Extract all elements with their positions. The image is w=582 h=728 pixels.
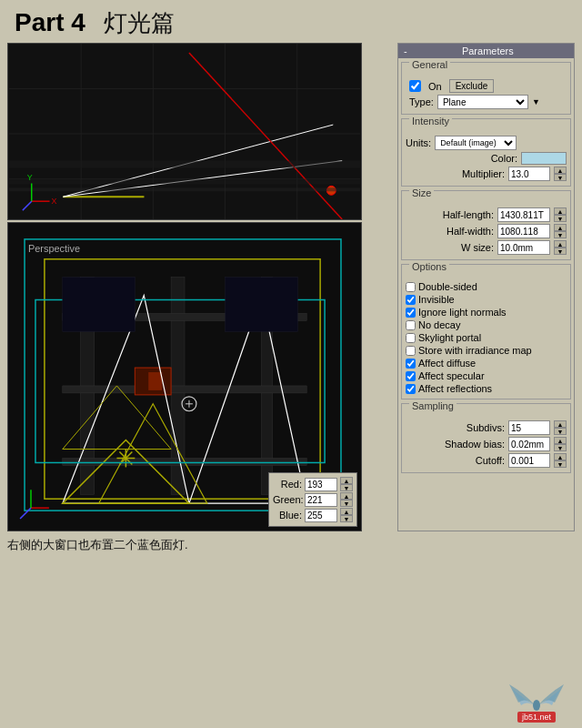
sb-up[interactable]: ▲ — [554, 437, 567, 444]
watermark: jb51.net — [500, 678, 573, 723]
store-irradiance-checkbox[interactable] — [406, 346, 416, 356]
blue-label: Blue: — [273, 510, 302, 521]
half-width-input[interactable] — [497, 224, 550, 238]
ignore-normals-checkbox[interactable] — [406, 308, 416, 318]
on-checkbox[interactable] — [409, 80, 421, 92]
half-width-spinner[interactable]: ▲ ▼ — [554, 224, 567, 238]
viewport-bottom[interactable]: Perspective Red: ▲ ▼ — [7, 222, 362, 531]
subdivs-spinner[interactable]: ▲ ▼ — [554, 420, 567, 435]
red-up[interactable]: ▲ — [340, 477, 353, 484]
general-label: General — [409, 59, 450, 70]
store-irradiance-label: Store with irradiance map — [418, 345, 532, 356]
shadow-bias-label: Shadow bias: — [445, 439, 505, 450]
parameters-panel: - Parameters General On Exclude Type: Pl… — [397, 43, 575, 531]
red-input[interactable] — [305, 478, 337, 491]
color-row: Color: — [406, 152, 567, 165]
green-spinner[interactable]: ▲ ▼ — [340, 492, 353, 507]
page-header: Part 4 灯光篇 — [0, 0, 582, 43]
viewport-top[interactable]: X Y — [7, 43, 362, 220]
subdivs-input[interactable] — [508, 420, 550, 435]
params-title-bar: - Parameters — [398, 44, 574, 58]
affect-reflections-checkbox[interactable] — [406, 384, 416, 394]
subdivs-label: Subdivs: — [467, 422, 505, 433]
skylight-portal-checkbox[interactable] — [406, 333, 416, 343]
skylight-portal-row: Skylight portal — [406, 332, 567, 343]
blue-down[interactable]: ▼ — [340, 515, 353, 522]
svg-rect-13 — [9, 161, 360, 168]
shadow-bias-input[interactable] — [508, 437, 550, 451]
subdivs-row: Subdivs: ▲ ▼ — [406, 420, 567, 435]
shadow-bias-row: Shadow bias: ▲ ▼ — [406, 437, 567, 451]
invisible-label: Invisible — [418, 294, 455, 305]
affect-diffuse-checkbox[interactable] — [406, 359, 416, 369]
red-spinner[interactable]: ▲ ▼ — [340, 477, 353, 491]
green-up[interactable]: ▲ — [340, 492, 353, 500]
blue-input[interactable] — [305, 509, 337, 522]
units-row: Units: Default (image) — [406, 136, 567, 150]
hw-up[interactable]: ▲ — [554, 224, 567, 231]
ignore-normals-row: Ignore light normals — [406, 307, 567, 318]
green-row: Green: ▲ ▼ — [273, 492, 353, 507]
half-length-spinner[interactable]: ▲ ▼ — [554, 207, 567, 222]
svg-point-51 — [533, 700, 540, 711]
svg-rect-31 — [148, 372, 162, 390]
affect-diffuse-row: Affect diffuse — [406, 358, 567, 369]
double-sided-label: Double-sided — [418, 281, 477, 292]
color-label: Color: — [491, 153, 517, 164]
multiplier-input[interactable] — [508, 167, 550, 181]
hw-down[interactable]: ▼ — [554, 231, 567, 238]
color-swatch[interactable] — [521, 152, 567, 165]
affect-diffuse-label: Affect diffuse — [418, 358, 476, 369]
half-length-label: Half-length: — [443, 209, 494, 220]
intensity-section: Intensity Units: Default (image) Color: … — [401, 118, 571, 187]
sampling-section: Sampling Subdivs: ▲ ▼ Shadow bias: ▲ ▼ C… — [401, 403, 571, 473]
half-length-input[interactable] — [497, 207, 550, 222]
cutoff-spinner[interactable]: ▲ ▼ — [554, 453, 567, 468]
w-size-input[interactable] — [497, 240, 550, 255]
multiplier-spinner[interactable]: ▲ ▼ — [554, 167, 567, 181]
green-down[interactable]: ▼ — [340, 500, 353, 507]
no-decay-label: No decay — [418, 319, 460, 330]
type-dropdown-icon[interactable]: ▼ — [532, 97, 540, 106]
hl-up[interactable]: ▲ — [554, 207, 567, 215]
subdiv-down[interactable]: ▼ — [554, 428, 567, 435]
skylight-portal-label: Skylight portal — [418, 332, 481, 343]
mult-down[interactable]: ▼ — [554, 174, 567, 181]
red-down[interactable]: ▼ — [340, 484, 353, 491]
exclude-button[interactable]: Exclude — [449, 79, 495, 93]
bottom-viewport-content: Perspective Red: ▲ ▼ — [8, 223, 361, 531]
size-section: Size Half-length: ▲ ▼ Half-width: ▲ ▼ W … — [401, 190, 571, 260]
on-label: On — [428, 81, 442, 92]
invisible-checkbox[interactable] — [406, 295, 416, 305]
mult-up[interactable]: ▲ — [554, 167, 567, 174]
ws-down[interactable]: ▼ — [554, 248, 567, 255]
minimize-button[interactable]: - — [404, 46, 407, 56]
blue-spinner[interactable]: ▲ ▼ — [340, 508, 353, 522]
general-section: General On Exclude Type: Plane ▼ — [401, 62, 571, 115]
chinese-title: 灯光篇 — [104, 7, 175, 39]
units-select[interactable]: Default (image) — [435, 136, 517, 150]
double-sided-checkbox[interactable] — [406, 282, 416, 292]
blue-row: Blue: ▲ ▼ — [273, 508, 353, 522]
blue-up[interactable]: ▲ — [340, 508, 353, 515]
no-decay-checkbox[interactable] — [406, 320, 416, 330]
hl-down[interactable]: ▼ — [554, 215, 567, 222]
ws-up[interactable]: ▲ — [554, 240, 567, 248]
type-label: Type: — [409, 96, 434, 107]
shadow-bias-spinner[interactable]: ▲ ▼ — [554, 437, 567, 451]
subdiv-up[interactable]: ▲ — [554, 420, 567, 428]
ignore-normals-label: Ignore light normals — [418, 307, 507, 318]
green-input[interactable] — [305, 493, 337, 507]
wing-logo-icon — [505, 680, 568, 712]
type-select[interactable]: Plane — [437, 95, 528, 109]
w-size-spinner[interactable]: ▲ ▼ — [554, 240, 567, 255]
rgb-overlay: Red: ▲ ▼ Green: ▲ ▼ — [268, 472, 357, 527]
affect-specular-checkbox[interactable] — [406, 371, 416, 381]
options-section: Options Double-sided Invisible Ignore li… — [401, 264, 571, 399]
options-label: Options — [409, 261, 449, 272]
co-up[interactable]: ▲ — [554, 453, 567, 460]
sb-down[interactable]: ▼ — [554, 444, 567, 451]
co-down[interactable]: ▼ — [554, 460, 567, 468]
main-content: X Y — [0, 43, 582, 531]
cutoff-input[interactable] — [508, 453, 550, 468]
